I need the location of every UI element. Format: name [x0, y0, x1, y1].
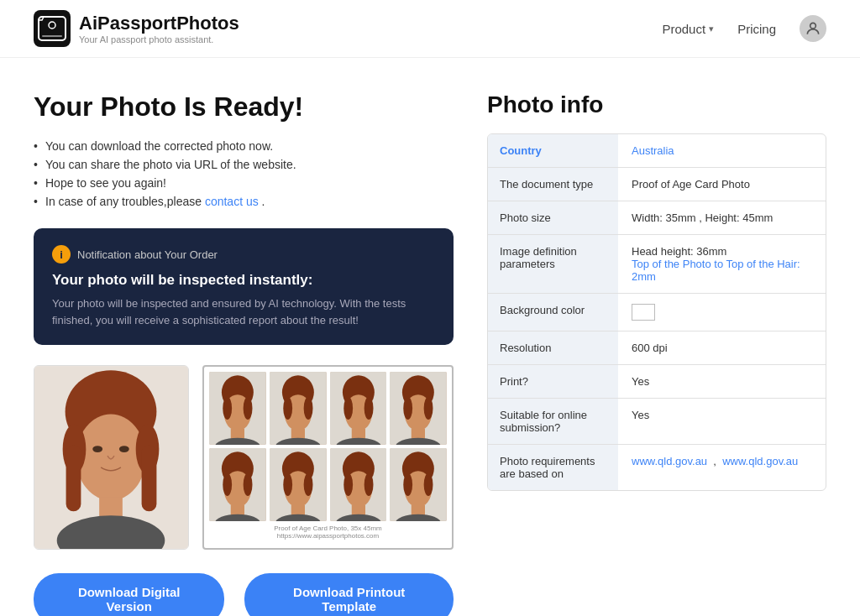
svg-point-68 — [404, 473, 413, 496]
download-digital-button[interactable]: Download Digital Version — [34, 573, 224, 616]
svg-point-40 — [404, 397, 413, 420]
printout-cell-7 — [330, 448, 387, 521]
svg-point-55 — [303, 473, 312, 496]
printout-grid — [209, 372, 447, 521]
header: AiPassportPhotos Your AI passport photo … — [0, 0, 860, 58]
table-row-print: Print? Yes — [488, 365, 826, 399]
single-passport-photo — [34, 365, 189, 550]
right-column: Photo info Country Australia The documen… — [487, 91, 826, 616]
svg-point-8 — [92, 446, 102, 452]
svg-rect-15 — [142, 445, 157, 511]
logo-subtitle: Your AI passport photo assistant. — [79, 34, 239, 44]
requirements-link-1[interactable]: www.qld.gov.au — [632, 455, 707, 467]
nav-pricing-label: Pricing — [737, 22, 776, 36]
table-row-background-color: Background color — [488, 294, 826, 331]
table-value-resolution: 600 dpi — [618, 331, 826, 364]
svg-point-7 — [76, 415, 145, 501]
bullet-list: You can download the corrected photo now… — [34, 139, 454, 208]
notification-title-big: Your photo will be inspected instantly: — [52, 272, 435, 289]
table-label-document-type: The document type — [488, 168, 618, 201]
svg-point-26 — [283, 397, 292, 420]
table-label-print: Print? — [488, 365, 618, 398]
notification-header: i Notification about Your Order — [52, 245, 435, 264]
info-icon: i — [52, 245, 71, 264]
table-label-resolution: Resolution — [488, 331, 618, 364]
svg-point-34 — [364, 397, 373, 420]
svg-point-27 — [303, 397, 312, 420]
passport-photo-svg — [34, 365, 188, 550]
contact-us-link[interactable]: contact us — [205, 195, 259, 208]
printout-cell-3 — [330, 372, 387, 445]
bullet-item-2: You can share the photo via URL of the w… — [34, 158, 454, 171]
svg-point-20 — [244, 397, 253, 420]
left-column: Your Photo Is Ready! You can download th… — [34, 91, 454, 616]
download-printout-button[interactable]: Download Printout Template — [244, 573, 454, 616]
nav-product[interactable]: Product ▾ — [662, 22, 714, 36]
table-label-photo-size: Photo size — [488, 201, 618, 234]
svg-point-4 — [810, 23, 816, 29]
table-row-country: Country Australia — [488, 134, 826, 168]
logo-icon — [34, 10, 71, 47]
button-row: Download Digital Version Download Printo… — [34, 573, 454, 616]
bullet-item-4: In case of any troubles,please contact u… — [34, 195, 454, 208]
photo-info-table: Country Australia The document type Proo… — [487, 133, 826, 491]
svg-point-69 — [424, 473, 433, 496]
printout-caption: Proof of Age Card Photo, 35x 45mm https:… — [209, 525, 447, 540]
printout-cell-4 — [390, 372, 447, 445]
printout-template-preview: Proof of Age Card Photo, 35x 45mm https:… — [202, 365, 454, 550]
printout-cell-6 — [270, 448, 327, 521]
logo-title: AiPassportPhotos — [79, 13, 239, 34]
nav: Product ▾ Pricing — [662, 15, 826, 42]
svg-point-33 — [343, 397, 353, 420]
table-row-requirements: Photo requirements are based on www.qld.… — [488, 445, 826, 490]
table-row-resolution: Resolution 600 dpi — [488, 331, 826, 365]
svg-point-41 — [424, 397, 433, 420]
table-value-photo-size: Width: 35mm , Height: 45mm — [618, 201, 826, 234]
table-value-print: Yes — [618, 365, 826, 398]
printout-cell-5 — [209, 448, 266, 521]
table-value-online-submission: Yes — [618, 399, 826, 444]
table-label-country: Country — [488, 134, 618, 167]
svg-rect-14 — [66, 445, 81, 511]
table-row-document-type: The document type Proof of Age Card Phot… — [488, 168, 826, 201]
user-avatar-button[interactable] — [800, 15, 826, 42]
main-content: Your Photo Is Ready! You can download th… — [0, 58, 860, 616]
requirements-link-2[interactable]: www.qld.gov.au — [722, 455, 798, 467]
notification-body: Your photo will be inspected and ensured… — [52, 295, 435, 328]
logo-text-wrap: AiPassportPhotos Your AI passport photo … — [79, 13, 239, 44]
svg-point-54 — [283, 473, 292, 496]
table-value-country: Australia — [618, 134, 826, 167]
table-row-online-submission: Suitable for online submission? Yes — [488, 399, 826, 445]
nav-pricing[interactable]: Pricing — [737, 22, 776, 36]
table-value-image-definition: Head height: 36mm Top of the Photo to To… — [618, 235, 826, 293]
svg-point-48 — [244, 473, 253, 496]
color-swatch — [632, 304, 655, 321]
table-value-document-type: Proof of Age Card Photo — [618, 168, 826, 201]
page-title: Your Photo Is Ready! — [34, 91, 454, 123]
bullet-item-1: You can download the corrected photo now… — [34, 139, 454, 153]
table-label-background-color: Background color — [488, 294, 618, 331]
table-row-image-definition: Image definition parameters Head height:… — [488, 235, 826, 294]
svg-point-9 — [119, 446, 129, 452]
printout-cell-2 — [270, 372, 327, 445]
photo-info-title: Photo info — [487, 91, 826, 118]
nav-product-label: Product — [662, 22, 705, 36]
svg-point-19 — [223, 397, 232, 420]
bullet-item-3: Hope to see you again! — [34, 176, 454, 190]
svg-rect-3 — [42, 35, 62, 37]
printout-cell-1 — [209, 372, 266, 445]
notification-title-small: Notification about Your Order — [77, 248, 218, 261]
svg-point-47 — [223, 473, 232, 496]
table-value-requirements: www.qld.gov.au , www.qld.gov.au — [618, 445, 826, 490]
photos-area: Proof of Age Card Photo, 35x 45mm https:… — [34, 365, 454, 550]
notification-box: i Notification about Your Order Your pho… — [34, 228, 454, 345]
table-label-online-submission: Suitable for online submission? — [488, 399, 618, 444]
svg-point-62 — [364, 473, 373, 496]
svg-point-61 — [343, 473, 353, 496]
table-label-requirements: Photo requirements are based on — [488, 445, 618, 490]
table-row-photo-size: Photo size Width: 35mm , Height: 45mm — [488, 201, 826, 235]
logo-area[interactable]: AiPassportPhotos Your AI passport photo … — [34, 10, 239, 47]
table-label-image-definition: Image definition parameters — [488, 235, 618, 293]
printout-cell-8 — [390, 448, 447, 521]
table-value-background-color — [618, 294, 826, 331]
